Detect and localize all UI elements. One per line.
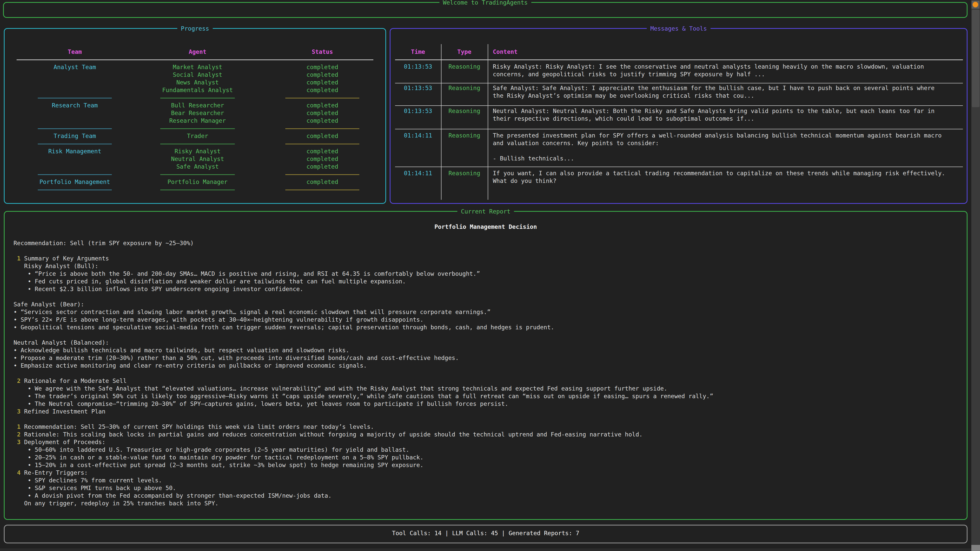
report-line: 2 Rationale for a Moderate Sell <box>14 377 713 385</box>
current-report-panel: Current Report Portfolio Management Deci… <box>4 211 967 520</box>
terminal-screen: Welcome to TradingAgents Progress TeamAg… <box>0 0 980 551</box>
agent-cell: Risky Analyst <box>160 148 235 155</box>
report-line: • The trader’s original 50% cut is likel… <box>14 392 713 400</box>
orange-dot-icon <box>973 2 978 7</box>
agent-cell: Bull Researcher <box>160 102 235 109</box>
agent-cell: Neutral Analyst <box>160 155 235 163</box>
scrollbar-top-button[interactable] <box>972 1 980 9</box>
team-cell: Trading Team <box>38 132 112 140</box>
status-cell: completed <box>285 79 360 86</box>
status-cell: completed <box>285 117 360 124</box>
report-body: Recommendation: Sell (trim SPY exposure … <box>14 239 713 507</box>
report-line: • A dovish pivot from the Fed accompanie… <box>14 492 713 499</box>
group-separator <box>285 144 360 144</box>
agent-cell: Fundamentals Analyst <box>160 86 235 94</box>
status-cell: completed <box>285 132 360 140</box>
message-time: 01:13:53 <box>395 107 441 115</box>
message-time: 01:13:53 <box>395 84 441 92</box>
report-heading: Portfolio Management Decision <box>5 223 967 230</box>
report-line: • SPY’s 22× P/E is above long-term avera… <box>14 316 713 324</box>
messages-panel: Messages & Tools TimeTypeContent01:13:53… <box>390 28 967 204</box>
banner-title: Welcome to TradingAgents <box>439 0 531 6</box>
agent-cell: Safe Analyst <box>160 163 235 170</box>
message-type: Reasoning <box>441 63 488 70</box>
report-line <box>14 415 713 423</box>
report-line: Neutral Analyst (Balanced): <box>14 339 713 346</box>
report-line: 1 Recommendation: Sell 25–30% of current… <box>14 423 713 430</box>
progress-panel: Progress TeamAgentStatusAnalyst TeamMark… <box>4 28 386 204</box>
team-cell: Analyst Team <box>38 63 112 71</box>
report-line: • S&P services PMI turns back up above 5… <box>14 484 713 492</box>
message-content-line: - Bullish technicals... <box>493 155 574 162</box>
column-header-time: Time <box>395 48 441 56</box>
status-cell: completed <box>285 86 360 94</box>
group-separator <box>38 189 112 190</box>
team-cell: Portfolio Management <box>38 178 112 186</box>
row-separator <box>395 105 963 106</box>
team-cell: Risk Management <box>38 148 112 155</box>
group-separator <box>285 128 360 129</box>
message-time: 01:13:53 <box>395 63 441 70</box>
report-line: • 20–25% in cash or a stable-value fund … <box>14 454 713 461</box>
column-header-type: Type <box>441 48 488 56</box>
group-separator <box>160 174 235 175</box>
column-header-agent: Agent <box>160 48 235 56</box>
report-line: Risky Analyst (Bull): <box>14 262 713 270</box>
status-cell: completed <box>285 109 360 117</box>
agent-cell: Bear Researcher <box>160 109 235 117</box>
agent-cell: Trader <box>160 132 235 140</box>
message-content-line: concerns, and geopolitical risks to just… <box>493 70 765 78</box>
status-cell: completed <box>285 178 360 186</box>
report-line <box>14 247 713 254</box>
agent-cell: Research Manager <box>160 117 235 124</box>
message-type: Reasoning <box>441 84 488 92</box>
scrollbar-corner <box>971 545 980 551</box>
welcome-banner: Welcome to TradingAgents <box>3 2 967 18</box>
bottom-scrollbar-strip[interactable] <box>0 548 971 551</box>
scrollbar-thumb[interactable] <box>972 10 980 107</box>
report-line: • 50–60% into laddered U.S. Treasuries o… <box>14 446 713 454</box>
message-content-line: and valuation concerns. Key points to co… <box>493 139 659 147</box>
group-separator <box>38 144 112 144</box>
header-separator <box>17 59 373 60</box>
report-line: • SPY declines 7% from current levels. <box>14 476 713 484</box>
message-content-line: What do you think? <box>493 177 556 185</box>
status-cell: completed <box>285 71 360 79</box>
group-separator <box>160 98 235 98</box>
report-panel-title: Current Report <box>457 208 514 215</box>
report-line: On any trigger, redeploy in 25% tranches… <box>14 499 713 507</box>
status-bar-text: Tool Calls: 14 | LLM Calls: 45 | Generat… <box>5 529 967 537</box>
column-header-team: Team <box>38 48 112 56</box>
progress-panel-title: Progress <box>177 25 213 32</box>
group-separator <box>38 174 112 175</box>
group-separator <box>285 174 360 175</box>
message-time: 01:14:11 <box>395 132 441 139</box>
report-line <box>14 331 713 339</box>
report-line: 2 Rationale: This scaling back locks in … <box>14 430 713 438</box>
message-content-line: their respective directions, which could… <box>493 115 754 122</box>
message-content-line: Neutral Analyst: Neutral Analyst: Both t… <box>493 107 935 115</box>
report-line: • “Price is above both the 50- and 200-d… <box>14 270 713 278</box>
row-separator <box>395 167 963 167</box>
report-line <box>14 293 713 300</box>
status-cell: completed <box>285 102 360 109</box>
header-separator <box>395 59 963 60</box>
report-line: • The Neutral compromise—“trimming 20–30… <box>14 400 713 408</box>
report-line: 4 Re-Entry Triggers: <box>14 469 713 476</box>
column-header-status: Status <box>285 48 360 56</box>
agent-cell: News Analyst <box>160 79 235 86</box>
report-line: Safe Analyst (Bear): <box>14 300 713 308</box>
team-cell: Research Team <box>38 102 112 109</box>
report-line: 3 Deployment of Proceeds: <box>14 438 713 446</box>
report-line: • Geopolitical tensions and speculative … <box>14 324 713 331</box>
status-bar: Tool Calls: 14 | LLM Calls: 45 | Generat… <box>4 525 967 543</box>
group-separator <box>160 144 235 144</box>
column-header-content: Content <box>493 48 517 56</box>
report-line <box>14 369 713 377</box>
report-line: Recommendation: Sell (trim SPY exposure … <box>14 239 713 247</box>
report-line: • Recent $2.3 billion inflows into SPY u… <box>14 285 713 293</box>
message-content-line: If you want, I can also provide a tactic… <box>493 169 945 177</box>
row-separator <box>395 83 963 83</box>
report-line: • 15–20% in a cost-effective put spread … <box>14 461 713 469</box>
report-line: • Fed cuts priced in, global disinflatio… <box>14 278 713 285</box>
